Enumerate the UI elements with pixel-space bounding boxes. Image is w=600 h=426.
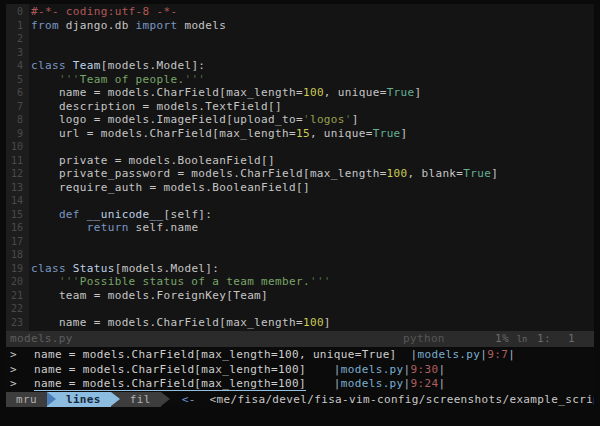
code-line[interactable]	[31, 140, 498, 154]
code-token	[66, 59, 73, 72]
code-token	[80, 208, 87, 221]
code-token: ]	[491, 167, 498, 180]
code-token: #-*- coding:utf-8 -*-	[31, 5, 177, 18]
code-line[interactable]	[31, 235, 498, 249]
code-line[interactable]: '''Possible status of a team member.'''	[31, 275, 498, 289]
code-token: '''	[31, 73, 80, 86]
statusline-percent: 1%	[495, 331, 509, 347]
line-number: 21	[6, 289, 29, 303]
code-line[interactable]: #-*- coding:utf-8 -*-	[31, 5, 498, 19]
code-token: __unicode__	[87, 208, 164, 221]
statusline: models.py python 1% ln 1: 1	[6, 331, 594, 347]
result-row[interactable]: >name = models.CharField[max_length=100]…	[6, 363, 594, 378]
powerline-separator-icon	[47, 392, 56, 407]
line-number: 6	[6, 86, 29, 100]
result-pipe: |	[334, 363, 341, 376]
code-line[interactable]	[31, 194, 498, 208]
code-token: ]	[352, 113, 359, 126]
code-line[interactable]: description = models.TextField[]	[31, 100, 498, 114]
statusline-column: 1	[568, 331, 575, 347]
result-gap	[306, 377, 334, 390]
code-line[interactable]: logo = models.ImageField[upload_to='logo…	[31, 113, 498, 127]
statusline-filetype: python	[403, 331, 445, 347]
ctrlp-mode-fil[interactable]: fil	[120, 392, 161, 407]
code-line[interactable]: private_password = models.CharField[max_…	[31, 167, 498, 181]
code-token: Team of people.	[80, 73, 185, 86]
code-token: ]	[415, 86, 422, 99]
code-token: require_auth = models.BooleanField[]	[31, 181, 310, 194]
ctrlp-prompt[interactable]: >>> nam charf_	[6, 408, 594, 424]
code-token: class	[31, 59, 66, 72]
result-pipe: |	[438, 377, 445, 390]
powerline-separator-icon	[111, 392, 120, 407]
result-position: 9:7	[487, 348, 508, 361]
line-number: 14	[6, 194, 29, 208]
result-position: 9:30	[411, 363, 439, 376]
code-line[interactable]: def __unicode__[self]:	[31, 208, 498, 222]
code-line[interactable]: name = models.CharField[max_length=100]	[31, 316, 498, 330]
code-line[interactable]: return self.name	[31, 221, 498, 235]
code-line[interactable]: private = models.BooleanField[]	[31, 154, 498, 168]
statusline-filename: models.py	[10, 331, 73, 347]
search-results: >name = models.CharField[max_length=100,…	[6, 348, 594, 392]
code-line[interactable]: from django.db import models	[31, 19, 498, 33]
code-lines[interactable]: #-*- coding:utf-8 -*-from django.db impo…	[31, 5, 498, 329]
ctrlp-statusbar: mrulinesfil <-> <me/fisa/devel/fisa-vim-…	[6, 392, 594, 407]
ctrlp-mode-lines[interactable]: lines	[56, 392, 111, 407]
code-line[interactable]: url = models.CharField[max_length=15, un…	[31, 127, 498, 141]
line-number: 15	[6, 208, 29, 222]
result-pipe: |	[334, 377, 341, 390]
line-number: 22	[6, 302, 29, 316]
result-row[interactable]: >name = models.CharField[max_length=100]…	[6, 377, 594, 392]
result-filename: models.py	[418, 348, 481, 361]
line-number-icon: ln	[517, 332, 527, 348]
code-line[interactable]	[31, 248, 498, 262]
code-token: name = models.CharField[max_length=	[31, 316, 303, 329]
code-token: '''	[184, 73, 205, 86]
code-token: , unique=	[310, 127, 373, 140]
code-line[interactable]	[31, 302, 498, 316]
code-token: '	[345, 113, 352, 126]
code-token: models	[177, 19, 226, 32]
code-token: 100	[303, 86, 324, 99]
code-token: 15	[296, 127, 310, 140]
line-number: 12	[6, 167, 29, 181]
code-line[interactable]	[31, 32, 498, 46]
line-number: 5	[6, 73, 29, 87]
ctrlp-mode-mru[interactable]: mru	[6, 392, 47, 407]
code-line[interactable]: class Team[models.Model]:	[31, 59, 498, 73]
result-marker-icon: >	[6, 377, 34, 392]
gutter: 01234567891011121314151617181920212223	[6, 4, 29, 331]
code-line[interactable]: '''Team of people.'''	[31, 73, 498, 87]
result-pipe: |	[508, 348, 515, 361]
code-line[interactable]	[31, 46, 498, 60]
line-number: 10	[6, 140, 29, 154]
result-row[interactable]: >name = models.CharField[max_length=100,…	[6, 348, 594, 363]
line-number: 23	[6, 316, 29, 330]
code-line[interactable]: class Status[models.Model]:	[31, 262, 498, 276]
code-line[interactable]: name = models.CharField[max_length=100, …	[31, 86, 498, 100]
result-filename: models.py	[341, 377, 404, 390]
line-number: 8	[6, 113, 29, 127]
line-number: 4	[6, 59, 29, 73]
result-gap	[397, 348, 411, 361]
code-token: Status	[73, 262, 115, 275]
code-token: class	[31, 262, 66, 275]
result-pipe: |	[438, 363, 445, 376]
code-token: ]	[324, 316, 331, 329]
line-number: 18	[6, 248, 29, 262]
code-line[interactable]: require_auth = models.BooleanField[]	[31, 181, 498, 195]
powerline-separator-icon	[161, 392, 170, 407]
swap-arrows-icon: <->	[182, 392, 202, 407]
line-number: 20	[6, 275, 29, 289]
code-token: from	[31, 19, 59, 32]
statusline-line: 1:	[537, 331, 551, 347]
code-token: logos	[310, 113, 345, 126]
result-pipe: |	[404, 377, 411, 390]
result-marker-icon: >	[6, 363, 34, 378]
code-token: url = models.CharField[max_length=	[31, 127, 296, 140]
result-text: name = models.CharField[max_length=100]	[34, 377, 306, 391]
code-line[interactable]: team = models.ForeignKey[Team]	[31, 289, 498, 303]
line-number: 1	[6, 19, 29, 33]
code-token: return	[87, 221, 129, 234]
